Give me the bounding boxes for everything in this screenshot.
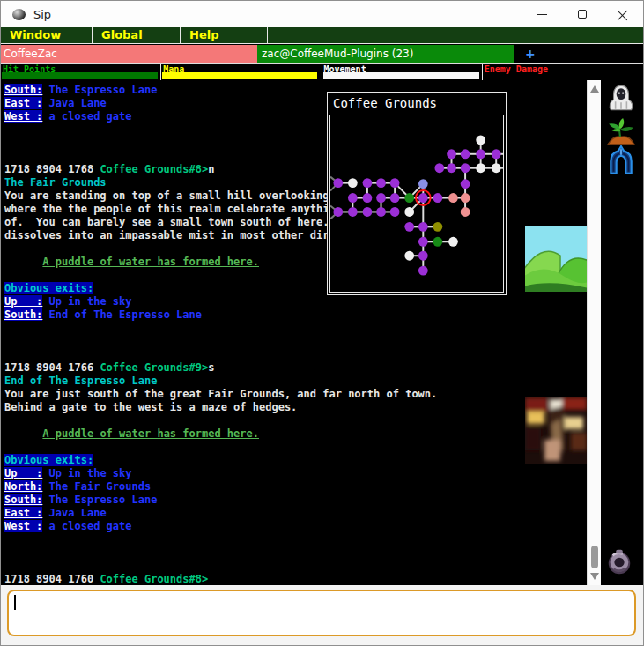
map-node[interactable] (333, 178, 343, 188)
terminal-text: The Espresso Lane (42, 84, 157, 96)
tab-coffeemud-plugins[interactable]: zac@CoffeeMud-Plugins (23) (257, 45, 514, 63)
hit-points-gauge: Hit Points (1, 64, 161, 80)
terminal-text: Java Lane (42, 97, 106, 109)
map-node[interactable] (348, 207, 358, 217)
map-node[interactable] (461, 207, 470, 217)
minimize-button[interactable] (522, 1, 562, 27)
terminal-text: You are standing on top of a small hill … (4, 189, 329, 202)
terminal-line (4, 560, 587, 573)
map-node[interactable] (376, 207, 386, 217)
terminal-line (4, 348, 587, 361)
movement-gauge: Movement (322, 64, 483, 80)
blue-arch-icon[interactable] (605, 145, 637, 175)
map-node[interactable] (390, 178, 400, 188)
scrollbar-thumb[interactable] (591, 546, 598, 568)
plant-sprout-icon[interactable] (605, 117, 637, 147)
terminal-text: The Fair Grounds (42, 480, 151, 493)
tab-coffeezac[interactable]: CoffeeZac (1, 45, 257, 63)
menu-bar: Window Global Options Help (1, 27, 643, 44)
maximize-button[interactable] (562, 1, 603, 27)
map-node[interactable] (390, 207, 400, 217)
terminal-text: 1718 8904 1760 (4, 573, 100, 585)
exit-link[interactable]: South: (4, 494, 42, 506)
terminal-text: Up in the sky (42, 295, 131, 308)
map-node[interactable] (447, 163, 456, 173)
map-node[interactable] (404, 222, 414, 232)
scroll-up-arrow-icon[interactable] (590, 85, 599, 93)
terminal-scrollbar[interactable] (587, 80, 601, 585)
terminal-line: Behind a gate to the west is a maze of h… (4, 401, 587, 414)
exit-link[interactable]: South: (4, 84, 42, 96)
map-node[interactable] (433, 193, 443, 203)
ghost-figure-icon[interactable] (605, 84, 637, 114)
menu-global-options[interactable]: Global Options (93, 27, 181, 43)
exit-link[interactable]: North: (4, 480, 42, 493)
menu-help[interactable]: Help (181, 27, 268, 43)
map-canvas[interactable] (329, 115, 504, 293)
map-node[interactable] (418, 179, 428, 189)
terminal-text: where the the people of this realm celeb… (4, 203, 336, 215)
map-node[interactable] (447, 149, 456, 159)
terminal-text: The Espresso Lane (42, 494, 157, 506)
terminal-text: n (208, 163, 214, 175)
terminal-text: The Fair Grounds (4, 176, 107, 189)
terminal-line: Up : Up in the sky (4, 295, 587, 308)
map-node[interactable] (348, 193, 358, 203)
exit-link[interactable]: Up : (4, 467, 42, 479)
map-node[interactable] (461, 163, 470, 173)
map-node[interactable] (363, 207, 373, 217)
terminal-text: dissolves into an impassable mist in mos… (4, 229, 336, 241)
map-node[interactable] (376, 178, 386, 188)
map-node[interactable] (418, 237, 428, 247)
map-node[interactable] (492, 163, 501, 173)
map-node[interactable] (448, 193, 458, 203)
close-button[interactable] (603, 1, 643, 27)
map-node[interactable] (434, 163, 444, 173)
map-node[interactable] (418, 266, 428, 276)
exit-link[interactable]: East : (4, 507, 42, 519)
map-node[interactable] (476, 163, 485, 173)
map-node[interactable] (433, 222, 443, 232)
exit-link[interactable]: West : (4, 110, 42, 123)
map-node[interactable] (363, 178, 373, 188)
terminal-line: North: The Fair Grounds (4, 480, 587, 494)
terminal-text (4, 256, 42, 268)
item-link[interactable]: A puddle of water has formed here. (42, 427, 259, 440)
map-node[interactable] (363, 193, 373, 203)
ring-gear-icon[interactable] (603, 547, 635, 577)
map-window-title[interactable]: Coffee Grounds (328, 93, 506, 115)
exit-link[interactable]: South: (4, 308, 42, 321)
map-node[interactable] (476, 149, 485, 159)
terminal-text: Coffee Grounds#8> (100, 573, 208, 585)
map-node[interactable] (418, 251, 428, 261)
terminal-line: End of The Espresso Lane (4, 375, 587, 388)
menu-window[interactable]: Window (1, 27, 93, 43)
exit-link[interactable]: East : (4, 97, 42, 109)
map-node[interactable] (461, 149, 470, 159)
command-input[interactable] (7, 590, 636, 636)
map-node[interactable] (404, 193, 414, 203)
map-node[interactable] (376, 193, 386, 203)
map-node[interactable] (404, 207, 414, 217)
map-node[interactable] (461, 193, 470, 203)
terminal-line: 1718 8904 1760 Coffee Grounds#8> (4, 573, 587, 585)
exit-link[interactable]: Up : (4, 295, 42, 308)
terminal-text: s (208, 361, 214, 374)
terminal-line: Obvious exits: (4, 454, 587, 467)
map-node[interactable] (461, 179, 470, 189)
item-link[interactable]: A puddle of water has formed here. (42, 256, 259, 268)
new-tab-button[interactable]: + (514, 45, 567, 63)
map-node[interactable] (476, 135, 485, 145)
app-icon (12, 9, 26, 20)
map-node-current[interactable] (418, 193, 428, 203)
map-node[interactable] (418, 222, 428, 232)
exit-link[interactable]: West : (4, 520, 42, 532)
map-node[interactable] (433, 237, 443, 247)
scroll-down-arrow-icon[interactable] (590, 573, 599, 580)
map-node[interactable] (333, 207, 343, 217)
map-node[interactable] (348, 178, 358, 188)
map-node[interactable] (492, 149, 501, 159)
map-node[interactable] (448, 237, 458, 247)
map-node[interactable] (404, 251, 414, 261)
map-node[interactable] (390, 193, 400, 203)
